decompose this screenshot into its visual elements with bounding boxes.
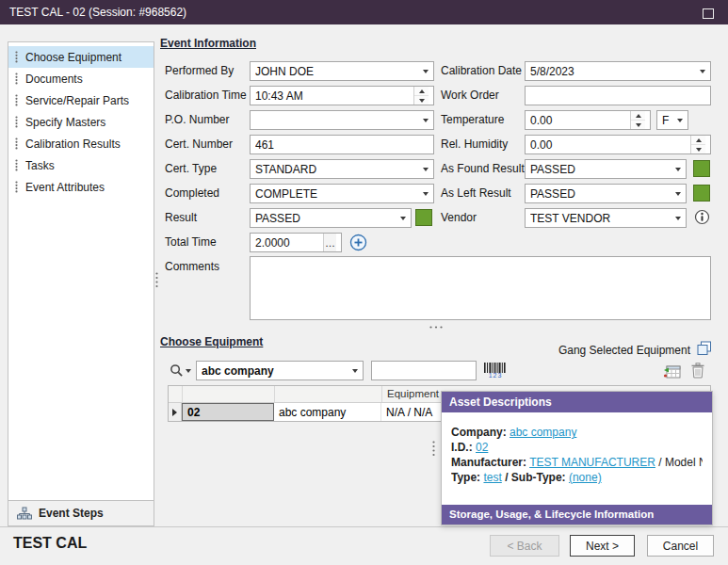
total-time-field[interactable]: 2.0000 … [250, 233, 342, 252]
cancel-button[interactable]: Cancel [647, 535, 714, 557]
barcode-icon[interactable]: 123 [482, 361, 509, 380]
horizontal-splitter-grip[interactable] [429, 326, 443, 329]
gang-equipment-icon[interactable] [696, 340, 712, 356]
performed-by-select[interactable]: JOHN DOE [250, 61, 434, 81]
completed-label: Completed [165, 186, 219, 200]
sidebar-item-label: Specify Masters [25, 116, 105, 129]
vendor-select[interactable]: TEST VENDOR [525, 208, 687, 228]
sidebar-item-specify-masters[interactable]: Specify Masters [8, 111, 154, 133]
sidebar-item-tasks[interactable]: Tasks [8, 154, 154, 176]
back-button[interactable]: < Back [490, 535, 559, 557]
calibration-date-select[interactable]: 5/8/2023 [525, 61, 711, 81]
temperature-unit-value: F [662, 114, 673, 127]
grip-icon [15, 159, 18, 171]
total-time-value: 2.0000 [255, 236, 290, 250]
sidebar-item-service-repair-parts[interactable]: Service/Repair Parts [8, 89, 154, 111]
add-time-button[interactable] [348, 233, 368, 252]
cert-number-label: Cert. Number [165, 137, 233, 151]
result-select[interactable]: PASSED [250, 208, 412, 228]
sidebar-item-calibration-results[interactable]: Calibration Results [8, 133, 154, 154]
cert-type-label: Cert. Type [165, 162, 217, 175]
org-chart-icon [17, 507, 32, 520]
grip-icon [15, 51, 18, 63]
sidebar-item-label: Choose Equipment [25, 51, 121, 64]
po-number-label: P.O. Number [165, 113, 229, 126]
sidebar-item-label: Documents [25, 73, 83, 86]
equipment-id-cell[interactable]: 02 [182, 403, 274, 421]
sidebar-item-label: Service/Repair Parts [25, 94, 129, 107]
performed-by-value: JOHN DOE [255, 65, 419, 78]
equipment-company-cell[interactable]: abc company [274, 403, 381, 421]
barcode-digits: 123 [489, 373, 503, 379]
grip-icon [15, 137, 18, 150]
comments-textarea[interactable] [250, 256, 711, 320]
manufacturer-link[interactable]: TEST MANUFACTURER [529, 456, 655, 469]
calibration-time-spinner[interactable]: 10:43 AM [250, 86, 434, 105]
spinner-buttons[interactable] [413, 87, 429, 105]
manufacturer-label: Manufacturer: [451, 456, 526, 469]
equipment-filter-select[interactable]: abc company [196, 361, 364, 380]
company-link[interactable]: abc company [510, 426, 576, 439]
rel-humidity-value: 0.00 [530, 138, 552, 152]
performed-by-label: Performed By [165, 64, 234, 77]
chevron-down-icon [675, 168, 681, 171]
spin-down-icon [696, 148, 702, 152]
chevron-down-icon [423, 192, 429, 196]
footer-event-title: TEST CAL [13, 535, 87, 552]
as-left-result-select[interactable]: PASSED [525, 184, 687, 203]
chevron-down-icon [700, 70, 705, 73]
sidebar-splitter-grip[interactable] [155, 272, 158, 288]
temperature-unit-select[interactable]: F [656, 110, 688, 130]
ellipsis-button[interactable]: … [323, 234, 336, 251]
subtype-link[interactable]: (none) [569, 471, 602, 484]
equipment-column-header[interactable]: Equipment [387, 388, 439, 399]
equipment-list-icon[interactable] [662, 362, 682, 379]
next-button[interactable]: Next > [570, 535, 635, 557]
panel-splitter-grip[interactable] [432, 441, 435, 457]
type-line: Type: test / Sub-Type: (none) [451, 470, 703, 485]
as-found-result-select[interactable]: PASSED [525, 159, 687, 179]
cert-number-input[interactable] [250, 135, 434, 154]
completed-select[interactable]: COMPLETE [250, 184, 434, 203]
equipment-filter-value: abc company [202, 364, 348, 378]
sidebar-item-documents[interactable]: Documents [8, 68, 154, 89]
completed-value: COMPLETE [255, 187, 419, 201]
work-order-label: Work Order [441, 89, 499, 102]
search-icon[interactable] [168, 362, 193, 379]
maximize-icon[interactable] [703, 8, 714, 19]
rel-humidity-label: Rel. Humidity [441, 137, 508, 151]
sidebar-item-label: Calibration Results [25, 137, 121, 151]
spin-down-icon [419, 99, 425, 103]
calibration-time-value: 10:43 AM [255, 89, 303, 103]
id-link[interactable]: 02 [476, 441, 488, 454]
comments-label: Comments [165, 260, 219, 273]
storage-usage-lifecycle-header: Storage, Usage, & Lifecycle Information [442, 505, 712, 525]
rel-humidity-spinner[interactable]: 0.00 [525, 135, 711, 154]
subtype-label: / Sub-Type: [505, 471, 565, 484]
sidebar-item-choose-equipment[interactable]: Choose Equipment [8, 46, 154, 68]
row-selector-cell[interactable] [169, 403, 182, 421]
vendor-info-icon[interactable] [693, 208, 711, 226]
footer-bar: TEST CAL < Back Next > Cancel [0, 526, 728, 565]
id-label: I.D.: [451, 441, 473, 454]
work-order-input[interactable] [525, 86, 711, 105]
chevron-down-icon [675, 192, 681, 196]
sidebar-footer-event-steps[interactable]: Event Steps [8, 500, 154, 525]
equipment-search-input[interactable] [371, 361, 477, 380]
temperature-spinner[interactable]: 0.00 [525, 110, 651, 130]
id-line: I.D.: 02 [451, 440, 703, 455]
spinner-buttons[interactable] [690, 136, 705, 153]
type-label: Type: [451, 471, 480, 484]
calibration-date-label: Calibration Date [441, 64, 522, 77]
calibration-time-label: Calibration Time [165, 89, 247, 102]
sidebar-item-list: Choose Equipment Documents Service/Repai… [8, 42, 154, 198]
trash-icon[interactable] [689, 362, 706, 379]
cert-type-select[interactable]: STANDARD [250, 159, 434, 179]
manufacturer-rest: / Model Numb [658, 456, 703, 469]
titlebar: TEST CAL - 02 (Session: #968562) [0, 0, 728, 24]
spinner-buttons[interactable] [630, 111, 645, 129]
type-link[interactable]: test [483, 471, 501, 484]
po-number-select[interactable] [250, 110, 434, 130]
asset-descriptions-body: Company: abc company I.D.: 02 Manufactur… [442, 412, 712, 485]
sidebar-item-event-attributes[interactable]: Event Attributes [8, 176, 154, 198]
